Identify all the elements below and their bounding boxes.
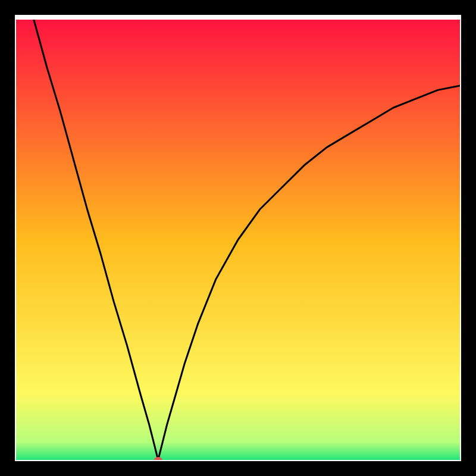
- bottleneck-chart: [0, 0, 476, 476]
- plot-area: [8, 8, 469, 469]
